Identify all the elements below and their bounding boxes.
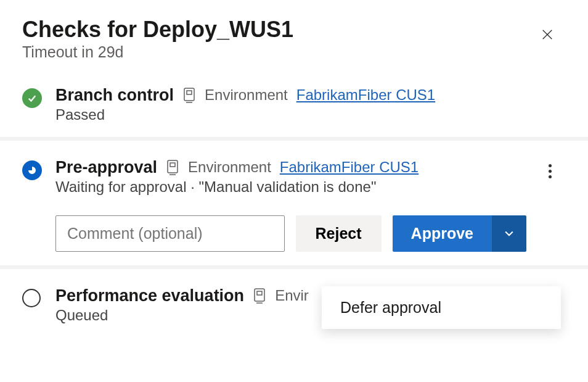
- approve-dropdown-button[interactable]: [492, 215, 526, 252]
- check-name: Performance evaluation: [55, 286, 244, 305]
- approve-dropdown-menu: Defer approval: [322, 286, 561, 329]
- chevron-down-icon: [503, 227, 515, 239]
- check-status: Passed: [55, 106, 566, 123]
- svg-rect-3: [187, 91, 192, 94]
- reject-button[interactable]: Reject: [296, 215, 382, 252]
- environment-link[interactable]: FabrikamFiber CUS1: [280, 159, 419, 176]
- environment-label: Environment: [188, 159, 271, 176]
- separator: [0, 265, 588, 269]
- check-item-pre-approval: Pre-approval Environment FabrikamFiber C…: [22, 158, 566, 265]
- environment-icon: [253, 288, 266, 304]
- environment-label: Environment: [205, 86, 288, 104]
- comment-input[interactable]: [55, 215, 285, 252]
- check-item-branch-control: Branch control Environment FabrikamFiber…: [22, 86, 566, 137]
- environment-link[interactable]: FabrikamFiber CUS1: [296, 86, 435, 104]
- defer-approval-item[interactable]: Defer approval: [340, 299, 542, 317]
- environment-icon: [182, 87, 196, 103]
- separator: [0, 137, 588, 141]
- approve-button[interactable]: Approve: [393, 215, 492, 252]
- status-waiting-icon: [22, 160, 42, 180]
- approve-split-button: Approve: [393, 215, 526, 252]
- check-name: Branch control: [55, 86, 174, 105]
- more-actions-button[interactable]: [540, 162, 560, 181]
- status-passed-icon: [22, 88, 42, 108]
- status-queued-icon: [22, 289, 41, 307]
- environment-icon: [166, 159, 179, 175]
- close-button[interactable]: [535, 22, 560, 47]
- close-icon: [541, 28, 554, 41]
- check-status: Waiting for approval · "Manual validatio…: [55, 178, 526, 196]
- check-name: Pre-approval: [55, 158, 157, 177]
- panel-title: Checks for Deploy_WUS1: [22, 17, 293, 42]
- svg-rect-6: [170, 163, 175, 167]
- timeout-subtitle: Timeout in 29d: [22, 43, 293, 61]
- svg-rect-9: [257, 291, 262, 295]
- environment-label-partial: Envir: [275, 287, 309, 304]
